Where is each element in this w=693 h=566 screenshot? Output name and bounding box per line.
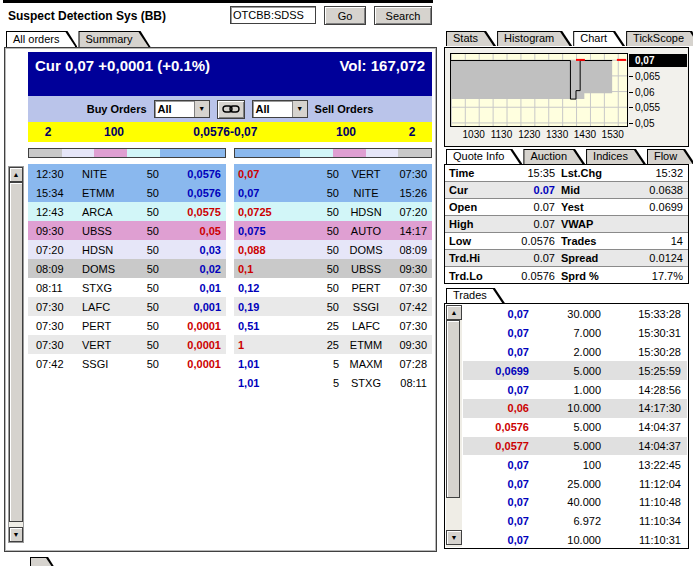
quote-row: High0.07VWAP	[445, 216, 688, 233]
scroll-up-icon[interactable]: ▲	[446, 305, 462, 320]
order-row[interactable]: 12:30NITE500,05760,0750VERT07:30	[28, 164, 432, 183]
trade-time: 14:17:30	[601, 402, 681, 414]
order-row[interactable]: 07:30VERT500,0001125ETMM09:30	[28, 335, 432, 354]
tab-quote-info[interactable]: Quote Info	[446, 149, 522, 164]
scrollbar-thumb[interactable]	[9, 182, 23, 522]
row-divider	[226, 373, 234, 392]
sell-filter-select[interactable]: All ▼	[252, 100, 308, 118]
order-time: 07:42	[387, 301, 427, 313]
trade-row[interactable]: 0,0725.00011:12:04	[463, 474, 687, 493]
order-size: 50	[296, 301, 339, 313]
analysis-tabs: Stats Histogram Chart TickScope	[446, 31, 693, 46]
order-size: 50	[119, 168, 159, 180]
sell-side: 0,0750NITE15:26	[234, 183, 432, 202]
order-row[interactable]: 15:34ETMM500,05760,0750NITE15:26	[28, 183, 432, 202]
symbol-input[interactable]	[230, 6, 316, 24]
tab-auction[interactable]: Auction	[523, 149, 585, 164]
tab-all-orders[interactable]: All orders	[6, 31, 77, 47]
trade-row[interactable]: 0,05765.00014:04:37	[463, 418, 687, 437]
market-maker: NITE	[76, 168, 119, 180]
trade-row[interactable]: 0,076.97211:10:34	[463, 512, 687, 531]
scroll-up-icon[interactable]: ▲	[9, 167, 23, 182]
orderbook-scrollbar[interactable]: ▲ ▼	[8, 166, 24, 543]
trade-row[interactable]: 0,077.00015:30:31	[463, 324, 687, 343]
trades-scrollbar[interactable]: ▲ ▼	[446, 305, 462, 547]
trade-row[interactable]: 0,072.00015:30:28	[463, 343, 687, 362]
trade-row[interactable]: 0,05775.00014:04:37	[463, 437, 687, 456]
bottom-partial-tab[interactable]	[30, 555, 124, 566]
order-size: 50	[296, 225, 339, 237]
quote-value: 0.0699	[621, 201, 684, 213]
trade-row[interactable]: 0,0740.00011:10:48	[463, 493, 687, 512]
tab-chart[interactable]: Chart	[573, 31, 625, 46]
order-size: 5	[296, 358, 339, 370]
order-row[interactable]: 07:42SSGI500,00011,015MAXM07:28	[28, 354, 432, 373]
orderbook-panel: Cur 0,07 +0,0001 (+0.1%) Vol: 167,072 Bu…	[4, 47, 437, 552]
search-button[interactable]: Search	[374, 6, 432, 25]
scroll-down-icon[interactable]: ▼	[9, 527, 23, 542]
order-row[interactable]: 08:11STXG500,010,1250PERT07:30	[28, 278, 432, 297]
orderbook-tabs: All orders Summary	[6, 31, 152, 47]
quote-value: 0.0124	[621, 252, 684, 264]
buy-side: 07:42SSGI500,0001	[28, 354, 226, 373]
depth-bars	[28, 148, 432, 158]
page-title: Suspect Detection Sys (BB)	[8, 9, 166, 23]
link-sides-button[interactable]	[217, 100, 245, 119]
chevron-down-icon[interactable]: ▼	[292, 101, 307, 117]
tab-indices[interactable]: Indices	[586, 149, 646, 164]
order-row[interactable]: 08:09DOMS500,020,150UBSS09:30	[28, 259, 432, 278]
order-size: 5	[296, 377, 339, 389]
chart-y-axis: 0,070,0650,060,0550,05	[629, 48, 688, 146]
order-row[interactable]: 07:20HDSN500,030,08850DOMS08:09	[28, 240, 432, 259]
trade-price: 0,07	[463, 478, 529, 490]
order-time: 07:30	[387, 320, 427, 332]
current-price-text: Cur 0,07 +0,0001 (+0.1%)	[35, 57, 210, 96]
sell-depth-bar	[234, 148, 432, 158]
trade-row[interactable]: 0,0610.00014:17:30	[463, 399, 687, 418]
order-price: 0,0576	[159, 187, 221, 199]
depth-segment	[300, 149, 333, 157]
buy-filter-select[interactable]: All ▼	[154, 100, 210, 118]
quote-value: 15:35	[497, 167, 561, 179]
depth-segment	[127, 149, 160, 157]
order-size: 50	[119, 206, 159, 218]
best-bid: 0,0576	[160, 125, 230, 139]
scrollbar-track[interactable]	[446, 320, 462, 530]
order-row[interactable]: 07:30PERT500,00010,5125LAFC07:30	[28, 316, 432, 335]
trade-time: 14:28:56	[601, 384, 681, 396]
x-tick-label: 1330	[542, 129, 572, 140]
order-row[interactable]: 09:30UBSS500,050,07550AUTO14:17	[28, 221, 432, 240]
order-price: 0,07	[238, 168, 296, 180]
chevron-down-icon[interactable]: ▼	[194, 101, 209, 117]
tab-trades[interactable]: Trades	[446, 288, 505, 303]
trade-row[interactable]: 0,0710013:22:45	[463, 455, 687, 474]
tab-flow[interactable]: Flow	[647, 149, 693, 164]
order-price: 0,19	[238, 301, 296, 313]
order-size: 50	[296, 187, 339, 199]
trade-row[interactable]: 0,0730.00015:33:28	[463, 305, 687, 324]
order-row[interactable]: 1,015STXG08:11	[28, 373, 432, 392]
order-row[interactable]: 07:30LAFC500,0010,1950SSGI07:42	[28, 297, 432, 316]
order-time: 07:30	[387, 168, 427, 180]
scroll-down-icon[interactable]: ▼	[446, 530, 462, 545]
trade-row[interactable]: 0,0710.00011:10:31	[463, 531, 687, 550]
tab-stats[interactable]: Stats	[446, 31, 496, 46]
scrollbar-track[interactable]	[9, 182, 23, 527]
order-time: 15:26	[387, 187, 427, 199]
tab-summary[interactable]: Summary	[78, 31, 150, 47]
market-maker: SSGI	[339, 301, 387, 313]
tab-tickscope[interactable]: TickScope	[626, 31, 693, 46]
order-row[interactable]: 12:43ARCA500,05750,072550HDSN07:20	[28, 202, 432, 221]
row-divider	[226, 164, 234, 183]
order-size: 50	[119, 301, 159, 313]
market-maker: ETMM	[339, 339, 387, 351]
trade-row[interactable]: 0,06995.00015:25:59	[463, 361, 687, 380]
go-button[interactable]: Go	[324, 6, 366, 25]
trade-time: 15:30:31	[601, 327, 681, 339]
tab-histogram[interactable]: Histogram	[497, 31, 572, 46]
scrollbar-thumb[interactable]	[446, 320, 460, 498]
trade-row[interactable]: 0,071.00014:28:56	[463, 380, 687, 399]
trade-size: 30.000	[529, 308, 601, 320]
order-time: 12:30	[36, 168, 76, 180]
trade-price: 0,0577	[463, 440, 529, 452]
